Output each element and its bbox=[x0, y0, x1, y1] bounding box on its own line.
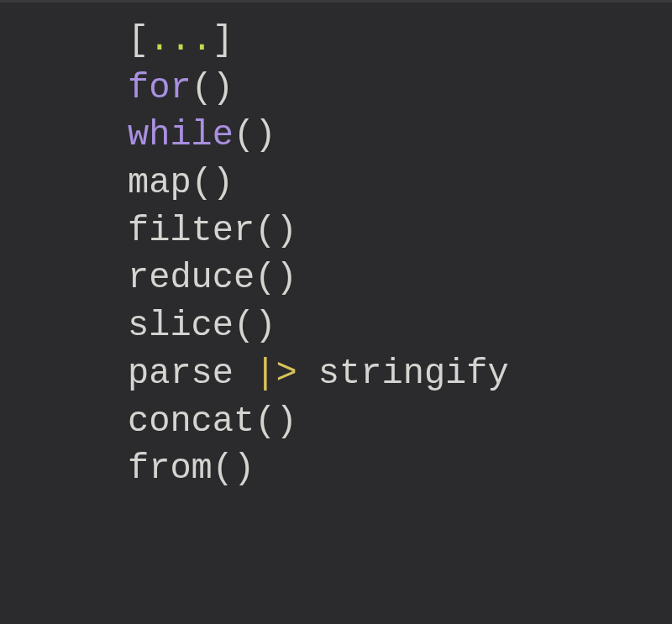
fn-from: from bbox=[128, 448, 213, 489]
fn-filter: filter bbox=[128, 211, 255, 251]
parens: () bbox=[234, 306, 276, 346]
keyword-for: for bbox=[128, 68, 192, 108]
fn-concat: concat bbox=[128, 401, 255, 442]
parse-label: parse bbox=[128, 354, 255, 394]
code-line-while: while() bbox=[128, 112, 672, 160]
pipe-operator: |> bbox=[255, 354, 297, 394]
parens: () bbox=[213, 448, 255, 489]
bracket-open: [ bbox=[128, 20, 149, 60]
spread-dots: ... bbox=[149, 20, 213, 60]
fn-reduce: reduce bbox=[128, 258, 255, 298]
keyword-while: while bbox=[128, 115, 234, 155]
parens: () bbox=[255, 258, 297, 298]
code-line-pipe: parse |> stringify bbox=[128, 350, 672, 398]
code-line-from: from() bbox=[128, 445, 672, 493]
parens: () bbox=[192, 68, 234, 108]
code-line-map: map() bbox=[128, 160, 672, 207]
parens: () bbox=[234, 115, 276, 155]
parens: () bbox=[192, 163, 234, 203]
stringify-label: stringify bbox=[297, 354, 509, 394]
code-line-concat: concat() bbox=[128, 398, 672, 446]
code-line-for: for() bbox=[128, 65, 672, 113]
code-line-slice: slice() bbox=[128, 302, 672, 350]
code-line-reduce: reduce() bbox=[128, 254, 672, 302]
parens: () bbox=[255, 211, 297, 251]
code-line-filter: filter() bbox=[128, 207, 672, 255]
top-border bbox=[0, 0, 672, 3]
bracket-close: ] bbox=[213, 20, 234, 60]
fn-map: map bbox=[128, 163, 192, 203]
parens: () bbox=[255, 401, 297, 442]
code-line-spread: [...] bbox=[128, 17, 672, 65]
fn-slice: slice bbox=[128, 306, 234, 346]
